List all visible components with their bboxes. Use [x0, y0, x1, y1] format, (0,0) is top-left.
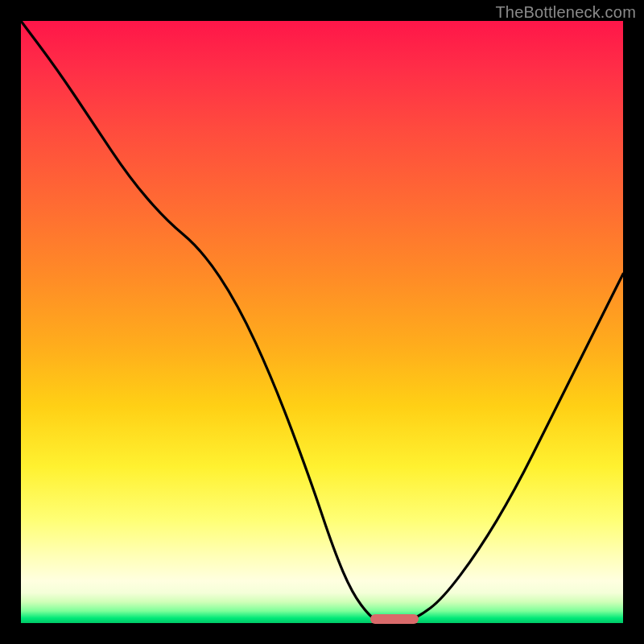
plot-area	[21, 21, 623, 623]
watermark-text: TheBottleneck.com	[495, 3, 636, 22]
bottleneck-curve	[21, 21, 623, 623]
outer-frame: TheBottleneck.com	[0, 0, 644, 644]
optimal-range-marker	[370, 614, 419, 624]
